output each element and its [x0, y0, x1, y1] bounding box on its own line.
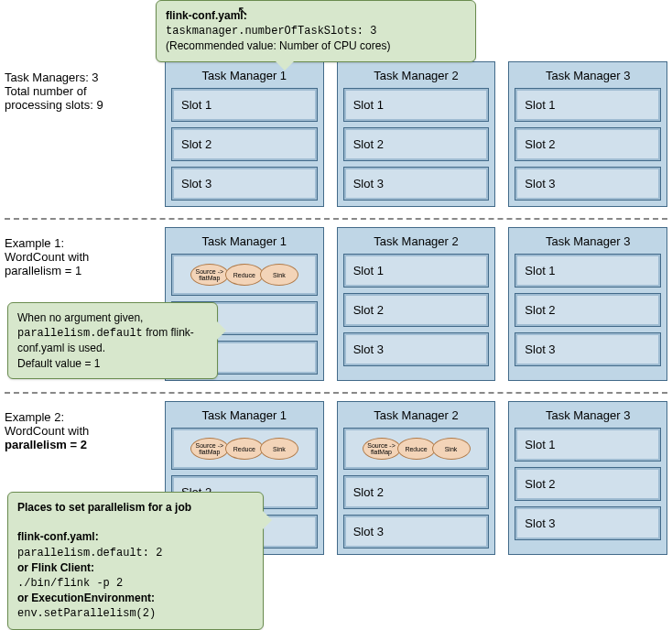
task-slot: Slot 3 — [343, 332, 490, 366]
operator-pill: Reduce — [397, 438, 436, 460]
task-manager-title: Task Manager 2 — [343, 406, 490, 428]
label-line-bold: parallelism = 2 — [5, 438, 159, 451]
operator-pill: Reduce — [225, 438, 264, 460]
operator-pill: Sink — [260, 264, 298, 286]
diagram-row-0: Task Managers: 3Total number ofprocessin… — [5, 54, 667, 220]
task-manager-row: Task Manager 1Source -> flatMapReduceSin… — [165, 227, 667, 381]
task-slot: Slot 1 — [515, 254, 661, 288]
task-slot: Slot 3 — [515, 167, 661, 201]
callout-default-parallelism: When no argument given, parallelism.defa… — [7, 302, 218, 379]
task-manager-box: Task Manager 2Slot 1Slot 2Slot 3 — [337, 61, 496, 207]
task-slot: Slot 3 — [343, 515, 490, 549]
operator-pill: Sink — [260, 438, 298, 460]
task-slot: Slot 2 — [343, 293, 490, 327]
operator-chain: Source -> flatMapReduceSink — [353, 438, 480, 460]
task-slot: Slot 2 — [171, 127, 318, 161]
label-line: WordCount with — [5, 424, 159, 438]
task-slot: Slot 3 — [515, 332, 661, 366]
slot-label: Slot 3 — [181, 177, 211, 190]
task-manager-box: Task Manager 3Slot 1Slot 2Slot 3 — [508, 61, 667, 207]
task-slot: Slot 1 — [171, 88, 318, 122]
callout-line: When no argument given, — [17, 311, 143, 324]
slot-label: Slot 3 — [353, 342, 384, 356]
task-manager-title: Task Manager 1 — [171, 406, 318, 428]
task-slot: Slot 2 — [515, 467, 661, 501]
task-manager-title: Task Manager 2 — [343, 232, 490, 254]
slot-label: Slot 2 — [353, 485, 384, 499]
slot-label: Slot 3 — [353, 525, 384, 538]
label-line: parallelism = 1 — [5, 264, 159, 277]
slot-label: Slot 2 — [353, 303, 384, 317]
slot-label: Slot 1 — [525, 438, 555, 451]
label-line: Example 1: — [5, 236, 159, 250]
callout-places-to-set: Places to set parallelism for a job flin… — [7, 492, 264, 570]
task-manager-title: Task Manager 1 — [171, 66, 318, 88]
operator-pill: Source -> flatMap — [363, 438, 401, 460]
label-line: processing slots: 9 — [5, 98, 159, 112]
task-slot: Slot 1 — [515, 88, 661, 122]
task-slot: Slot 1 — [343, 88, 490, 122]
operator-chain: Source -> flatMapReduceSink — [181, 438, 308, 460]
task-manager-title: Task Manager 1 — [171, 232, 318, 254]
callout-line: parallelism.default: 2 — [17, 547, 162, 559]
task-slot: Source -> flatMapReduceSink — [171, 254, 318, 296]
task-slot: Slot 3 — [515, 506, 661, 540]
slot-label: Slot 3 — [525, 516, 555, 530]
task-slot: Source -> flatMapReduceSink — [343, 428, 490, 470]
operator-pill: Reduce — [225, 264, 264, 286]
slot-label: Slot 1 — [525, 264, 555, 277]
callout-line: (Recommended value: Number of CPU cores) — [166, 39, 390, 52]
operator-pill: Source -> flatMap — [190, 438, 229, 460]
slot-label: Slot 1 — [181, 98, 211, 112]
row-label: Task Managers: 3Total number ofprocessin… — [5, 61, 165, 207]
slot-label: Slot 3 — [525, 177, 555, 190]
task-slot: Slot 1 — [343, 254, 490, 288]
operator-pill: Sink — [432, 438, 471, 460]
task-slot: Slot 2 — [515, 293, 661, 327]
task-manager-title: Task Manager 2 — [343, 66, 490, 88]
label-line: Total number of — [5, 84, 159, 98]
task-slot: Slot 2 — [343, 127, 490, 161]
callout-line: flink-conf.yaml: — [166, 9, 247, 22]
task-slot: Slot 3 — [171, 167, 318, 201]
callout-line: parallelism.default — [17, 327, 143, 340]
label-line: Example 2: — [5, 410, 159, 424]
task-slot: Slot 2 — [515, 127, 661, 161]
operator-chain: Source -> flatMapReduceSink — [181, 264, 308, 286]
slot-label: Slot 3 — [353, 177, 384, 190]
task-manager-box: Task Manager 3Slot 1Slot 2Slot 3 — [508, 401, 667, 555]
task-slot: Slot 3 — [343, 167, 490, 201]
callout-title: Places to set parallelism for a job — [17, 501, 191, 514]
task-manager-title: Task Manager 3 — [515, 406, 661, 428]
slot-label: Slot 2 — [525, 303, 555, 317]
callout-line: Default value = 1 — [17, 357, 100, 370]
task-manager-box: Task Manager 3Slot 1Slot 2Slot 3 — [508, 227, 667, 381]
slot-label: Slot 1 — [353, 98, 384, 112]
slot-label: Slot 1 — [525, 98, 555, 112]
task-slot: Source -> flatMapReduceSink — [171, 428, 318, 470]
task-manager-row: Task Manager 1Slot 1Slot 2Slot 3Task Man… — [165, 61, 667, 207]
callout-flink-conf: flink-conf.yaml: ↖ taskmanager.numberOfT… — [156, 0, 476, 62]
task-slot: Slot 1 — [515, 428, 661, 462]
callout-pointer-icon — [263, 511, 272, 529]
callout-line: or Flink Client: — [17, 561, 94, 570]
task-slot: Slot 2 — [343, 475, 490, 509]
label-line: Task Managers: 3 — [5, 71, 159, 84]
slot-label: Slot 3 — [525, 342, 555, 356]
callout-line: taskmanager.numberOfTaskSlots: 3 — [166, 25, 376, 38]
callout-line: flink-conf.yaml: — [17, 530, 99, 543]
task-manager-box: Task Manager 2Source -> flatMapReduceSin… — [337, 401, 496, 555]
slot-label: Slot 1 — [353, 264, 384, 277]
task-manager-box: Task Manager 2Slot 1Slot 2Slot 3 — [337, 227, 496, 381]
callout-pointer-icon — [217, 321, 226, 340]
task-manager-title: Task Manager 3 — [515, 66, 661, 88]
slot-label: Slot 2 — [353, 137, 384, 151]
slot-label: Slot 2 — [525, 137, 555, 151]
task-manager-title: Task Manager 3 — [515, 232, 661, 254]
operator-pill: Source -> flatMap — [190, 264, 229, 286]
callout-pointer-icon — [276, 61, 294, 71]
slot-label: Slot 2 — [525, 477, 555, 491]
label-line: WordCount with — [5, 250, 159, 264]
task-manager-box: Task Manager 1Slot 1Slot 2Slot 3 — [165, 61, 324, 207]
slot-label: Slot 2 — [181, 137, 211, 151]
